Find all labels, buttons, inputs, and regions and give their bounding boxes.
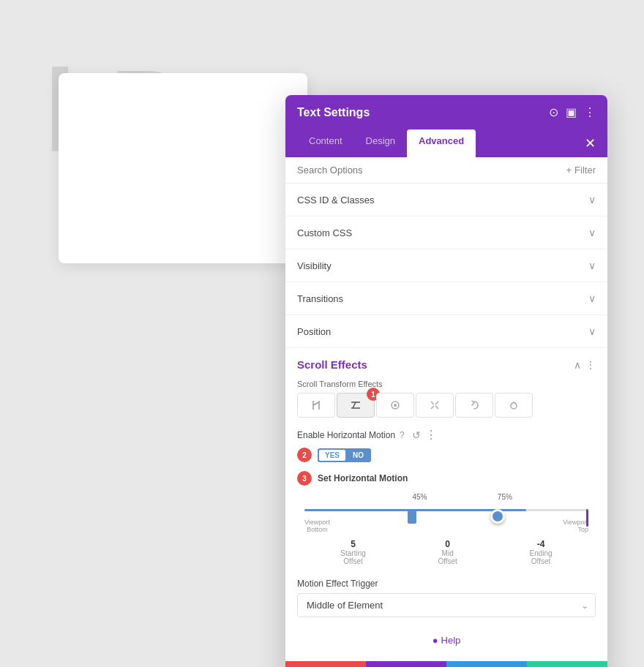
toggle-row: 2 YES NO: [285, 445, 607, 468]
mid-offset-value: 0: [438, 539, 457, 549]
transform-btn-rotate[interactable]: [455, 393, 493, 418]
ending-offset-value: -4: [530, 539, 553, 549]
shm-title-row: 3 Set Horizontal Motion: [297, 471, 596, 486]
help-label: Help: [441, 635, 461, 646]
help-icon[interactable]: ?: [400, 430, 405, 440]
motion-effect-trigger-section: Motion Effect Trigger Middle of Element …: [285, 571, 607, 622]
badge-2: 2: [297, 448, 312, 462]
transform-btn-scale[interactable]: [416, 393, 454, 418]
svg-line-5: [353, 402, 356, 408]
met-select[interactable]: Middle of Element Top of Element Bottom …: [297, 593, 596, 617]
offset-values: 5 StartingOffset 0 MidOffset -4 EndingOf…: [297, 539, 596, 565]
filter-plus-icon: +: [566, 165, 572, 176]
slider-track: [304, 502, 588, 517]
section-custom-css[interactable]: Custom CSS ∨: [285, 216, 607, 249]
section-position-label: Position: [297, 326, 331, 337]
shm-title: Set Horizontal Motion: [318, 473, 408, 483]
section-transitions-label: Transitions: [297, 293, 343, 304]
svg-line-2: [313, 402, 319, 405]
text-settings-panel: Text Settings ⊙ ▣ ⋮ Content Design Advan…: [285, 95, 607, 667]
transform-btn-horizontal[interactable]: 1: [337, 393, 375, 418]
transform-effects-label: Scroll Transform Effects: [297, 380, 596, 388]
section-css-id-label: CSS ID & Classes: [297, 195, 374, 206]
slider-thumb-mid[interactable]: [490, 509, 505, 524]
section-transitions[interactable]: Transitions ∨: [285, 282, 607, 315]
tab-bar: Content Design Advanced ✕: [285, 129, 607, 157]
met-label: Motion Effect Trigger: [297, 579, 596, 589]
scroll-effects-controls: ∧ ⋮: [574, 359, 596, 371]
redo-button[interactable]: ↻: [446, 661, 527, 667]
horizontal-motion-slider[interactable]: x 45% 75% ViewportBottom ViewportTop: [297, 493, 596, 533]
panel-title: Text Settings: [297, 106, 370, 119]
cancel-button[interactable]: ✕: [285, 661, 366, 667]
section-visibility-label: Visibility: [297, 260, 332, 271]
section-css-id[interactable]: CSS ID & Classes ∨: [285, 184, 607, 216]
tab-advanced[interactable]: Advanced: [407, 129, 476, 157]
met-select-wrapper: Middle of Element Top of Element Bottom …: [297, 593, 596, 617]
slider-thumb-end[interactable]: [586, 509, 588, 527]
badge-3: 3: [297, 471, 312, 486]
toggle-yes-label: YES: [319, 450, 345, 461]
scroll-effects-title: Scroll Effects: [297, 358, 367, 371]
search-input[interactable]: [297, 165, 566, 176]
section-position[interactable]: Position ∨: [285, 315, 607, 348]
search-bar: + Filter: [285, 157, 607, 184]
mid-offset-label: MidOffset: [438, 549, 457, 565]
ending-offset: -4 EndingOffset: [530, 539, 553, 565]
section-visibility[interactable]: Visibility ∨: [285, 249, 607, 282]
mid-offset: 0 MidOffset: [438, 539, 457, 565]
transform-btn-blur[interactable]: [495, 393, 533, 418]
help-row: ● Help: [285, 622, 607, 658]
slider-pct-75: 75%: [498, 493, 512, 501]
toggle-no-label: NO: [347, 450, 370, 461]
ehm-label: Enable Horizontal Motion: [297, 430, 395, 440]
bottom-toolbar: ✕ ↺ ↻ ✓: [285, 661, 607, 667]
chevron-down-icon: ∨: [588, 194, 596, 206]
reset-button[interactable]: ↺: [366, 661, 446, 667]
chevron-down-icon: ∨: [588, 293, 596, 304]
chevron-down-icon: ∨: [588, 260, 596, 271]
starting-offset-value: 5: [340, 539, 365, 549]
starting-offset: 5 StartingOffset: [340, 539, 365, 565]
chevron-down-icon: ∨: [588, 325, 596, 337]
slider-pct-45: 45%: [412, 493, 427, 501]
chevron-down-icon: ∨: [588, 227, 596, 238]
bg-card: [59, 73, 307, 263]
panel-header: Text Settings ⊙ ▣ ⋮: [285, 95, 607, 129]
transform-btn-vertical[interactable]: [297, 393, 335, 418]
more-icon[interactable]: ⋮: [584, 105, 596, 119]
more-options-icon[interactable]: ⋮: [585, 359, 596, 371]
viewport-labels: ViewportBottom ViewportTop: [304, 519, 588, 533]
yes-no-toggle[interactable]: YES NO: [318, 448, 371, 462]
ending-offset-label: EndingOffset: [530, 549, 553, 565]
viewport-bottom-label: ViewportBottom: [304, 519, 330, 533]
starting-offset-label: StartingOffset: [340, 549, 365, 565]
settings-icon[interactable]: ⊙: [549, 105, 558, 119]
help-button[interactable]: ● Help: [433, 635, 461, 646]
svg-point-7: [394, 404, 397, 407]
close-button[interactable]: ✕: [585, 129, 596, 157]
transform-toolbar: Scroll Transform Effects 1: [285, 377, 607, 423]
more-icon[interactable]: ⋮: [425, 428, 437, 442]
viewport-top-label: ViewportTop: [563, 519, 588, 533]
reset-icon[interactable]: ↺: [412, 429, 421, 441]
enable-horizontal-motion-row: Enable Horizontal Motion ? ↺ ⋮: [285, 423, 607, 445]
panel-header-icons: ⊙ ▣ ⋮: [549, 105, 596, 119]
help-circle-icon: ●: [433, 635, 438, 646]
scroll-effects-header: Scroll Effects ∧ ⋮: [285, 348, 607, 377]
transform-btn-fade[interactable]: [376, 393, 414, 418]
tab-content[interactable]: Content: [297, 129, 354, 157]
tab-design[interactable]: Design: [354, 129, 407, 157]
slider-thumb-start[interactable]: [408, 509, 416, 524]
transform-buttons: 1: [297, 393, 596, 418]
set-horizontal-motion-section: 3 Set Horizontal Motion x 45% 75% Viewpo…: [285, 468, 607, 571]
layout-icon[interactable]: ▣: [566, 105, 577, 119]
collapse-icon[interactable]: ∧: [574, 359, 581, 371]
section-custom-css-label: Custom CSS: [297, 227, 352, 238]
save-button[interactable]: ✓: [527, 661, 607, 667]
filter-label: Filter: [574, 165, 596, 176]
filter-button[interactable]: + Filter: [566, 165, 596, 176]
slider-line: [304, 509, 588, 511]
slider-percent-labels: x 45% 75%: [304, 493, 588, 501]
